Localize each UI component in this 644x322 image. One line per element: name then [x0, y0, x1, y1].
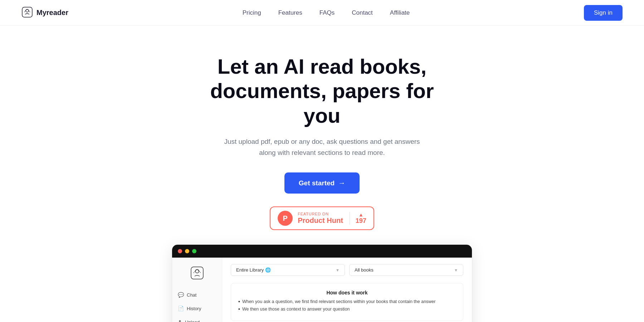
app-main: Entire Library 🌐 ▼ All books ▼ How does …	[222, 258, 472, 322]
nav-pricing[interactable]: Pricing	[243, 9, 261, 16]
sidebar-item-history-label: History	[187, 306, 201, 311]
books-chevron-icon: ▼	[454, 268, 458, 272]
sidebar-logo	[190, 266, 204, 281]
app-bullet-2-text: We then use those as context to answer y…	[242, 307, 350, 312]
nav-contact[interactable]: Contact	[352, 9, 373, 16]
bullet-dot-2: •	[238, 306, 240, 312]
app-preview-wrapper: 💬 Chat 📄 History ⬆ Upload	[14, 244, 630, 322]
get-started-button[interactable]: Get started →	[284, 172, 360, 194]
app-content-title: How does it work	[238, 290, 456, 296]
titlebar-maximize-dot	[192, 249, 196, 253]
library-select[interactable]: Entire Library 🌐 ▼	[231, 264, 345, 276]
ph-product-name: Product Hunt	[298, 216, 343, 225]
chat-icon: 💬	[178, 292, 184, 298]
sidebar-item-chat-label: Chat	[187, 292, 196, 298]
app-content-box: How does it work • When you ask a questi…	[231, 283, 463, 321]
app-bullet-1: • When you ask a question, we first find…	[238, 299, 456, 304]
brand-name: Myreader	[36, 9, 68, 17]
ph-featured-label: FEATURED ON	[298, 212, 329, 216]
app-sidebar: 💬 Chat 📄 History ⬆ Upload	[172, 258, 222, 322]
history-icon: 📄	[178, 306, 184, 311]
nav-faqs[interactable]: FAQs	[319, 9, 335, 16]
nav-links: Pricing Features FAQs Contact Affiliate	[243, 9, 410, 16]
svg-point-1	[26, 9, 29, 12]
upload-icon: ⬆	[178, 319, 182, 322]
hero-title: Let an AI read books, documents, papers …	[197, 54, 447, 128]
app-titlebar	[172, 245, 472, 258]
sidebar-item-upload-label: Upload	[185, 319, 200, 322]
ph-vote-count: 197	[356, 217, 366, 225]
ph-text: FEATURED ON Product Hunt	[298, 212, 343, 225]
logo[interactable]: Myreader	[21, 6, 68, 19]
app-top-bar: Entire Library 🌐 ▼ All books ▼	[231, 264, 463, 276]
books-select[interactable]: All books ▼	[349, 264, 463, 276]
app-body: 💬 Chat 📄 History ⬆ Upload	[172, 258, 472, 322]
sidebar-item-chat[interactable]: 💬 Chat	[172, 288, 222, 301]
signin-button[interactable]: Sign in	[584, 5, 623, 21]
titlebar-minimize-dot	[185, 249, 189, 253]
app-bullet-1-text: When you ask a question, we first find r…	[242, 299, 436, 304]
logo-icon	[21, 6, 33, 19]
sidebar-nav: 💬 Chat 📄 History ⬆ Upload	[172, 288, 222, 322]
sidebar-item-history[interactable]: 📄 History	[172, 302, 222, 315]
sidebar-item-upload[interactable]: ⬆ Upload	[172, 316, 222, 322]
ph-votes: ▲ 197	[350, 212, 366, 225]
product-hunt-badge[interactable]: P FEATURED ON Product Hunt ▲ 197	[270, 206, 374, 230]
ph-logo-icon: P	[278, 211, 293, 226]
ph-upvote-icon: ▲	[358, 212, 364, 217]
library-select-value: Entire Library 🌐	[236, 267, 271, 273]
hero-subtitle: Just upload pdf, epub or any doc, ask qu…	[222, 136, 422, 158]
bullet-dot-1: •	[238, 299, 240, 304]
hero-section: Let an AI read books, documents, papers …	[0, 26, 644, 322]
navbar: Myreader Pricing Features FAQs Contact A…	[0, 0, 644, 26]
library-chevron-icon: ▼	[336, 268, 340, 272]
nav-features[interactable]: Features	[278, 9, 302, 16]
books-select-value: All books	[355, 267, 374, 273]
nav-affiliate[interactable]: Affiliate	[390, 9, 410, 16]
app-preview: 💬 Chat 📄 History ⬆ Upload	[172, 244, 472, 322]
arrow-icon: →	[338, 179, 345, 187]
titlebar-close-dot	[178, 249, 182, 253]
get-started-label: Get started	[299, 179, 335, 187]
app-bullet-2: • We then use those as context to answer…	[238, 307, 456, 312]
